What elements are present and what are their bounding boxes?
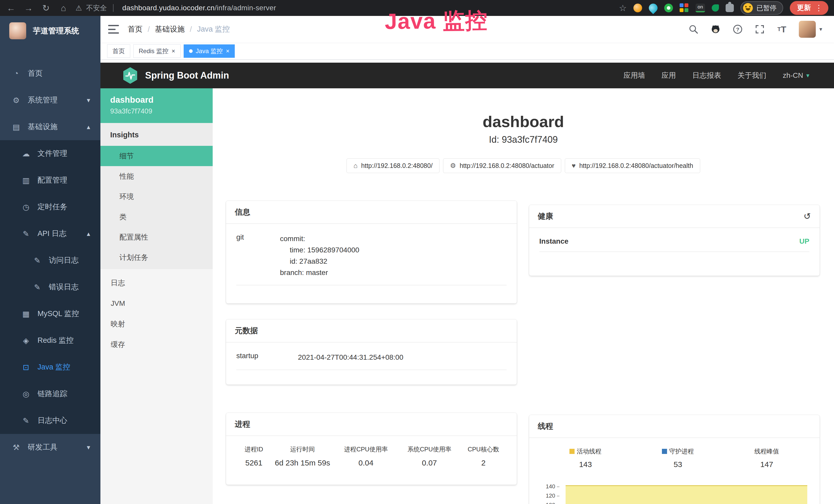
profile-paused-badge[interactable]: 已暂停 — [741, 1, 783, 15]
github-icon[interactable] — [710, 24, 721, 35]
actuator-url: http://192.168.0.2:48080/actuator — [460, 162, 554, 169]
col-value: 2 — [463, 459, 504, 467]
user-avatar-menu[interactable]: ▾ — [799, 21, 822, 38]
avatar — [799, 21, 816, 38]
wrench-icon: ⚙ — [450, 162, 456, 170]
fullscreen-icon[interactable] — [755, 24, 765, 35]
tab-redis[interactable]: Redis 监控 × — [133, 44, 180, 58]
sidebar-item-redis[interactable]: ◈ Redis 监控 — [0, 327, 101, 354]
col-header: 系统CPU使用率 — [400, 445, 459, 453]
breadcrumb-separator: / — [190, 25, 192, 33]
health-url-button[interactable]: ♥ http://192.168.0.2:48080/actuator/heal… — [565, 158, 700, 173]
edit-log-icon: ✎ — [31, 256, 43, 265]
sidebar-item-log-center[interactable]: ✎ 日志中心 — [0, 407, 101, 434]
tab-home[interactable]: 首页 — [107, 44, 130, 58]
sidebar-item-files[interactable]: ☁ 文件管理 — [0, 140, 101, 167]
extension-green-icon[interactable] — [664, 4, 673, 12]
extensions-puzzle-icon[interactable] — [726, 4, 734, 12]
search-icon[interactable] — [688, 24, 699, 35]
site-security[interactable]: ⚠ 不安全 — [75, 3, 115, 13]
instance-detail-content: dashboard Id: 93a3fc7f7409 ⌂ http://192.… — [213, 88, 834, 504]
col-header: 进程ID — [238, 445, 269, 453]
browser-menu-dots-icon[interactable]: ⋮ — [815, 3, 823, 12]
instance-id: 93a3fc7f7409 — [110, 107, 203, 115]
sidebar-item-java[interactable]: ⊡ Java 监控 — [0, 354, 101, 381]
card-title: 健康 — [538, 211, 553, 221]
extension-drop-icon[interactable] — [647, 2, 659, 14]
insights-item-classes[interactable]: 类 — [101, 207, 213, 227]
close-icon[interactable]: × — [226, 48, 229, 54]
redis-layers-icon: ◈ — [20, 336, 32, 345]
sidebar-item-label: 链路追踪 — [38, 389, 67, 399]
sba-nav-about[interactable]: 关于我们 — [738, 71, 766, 81]
instance-item-mappings[interactable]: 映射 — [101, 314, 213, 334]
sba-nav: 应用墙 应用 日志报表 关于我们 zh-CN ▾ — [623, 71, 809, 81]
config-doc-icon: ▥ — [20, 176, 32, 185]
browser-forward-icon[interactable]: → — [23, 3, 34, 13]
service-url: http://192.168.0.2:48080/ — [361, 162, 433, 169]
app-title: 芋道管理系统 — [33, 26, 79, 36]
sba-nav-wallboard[interactable]: 应用墙 — [623, 71, 645, 81]
home-icon: ⌂ — [353, 162, 357, 170]
sidebar-item-home[interactable]: ◔ 首页 — [0, 60, 101, 87]
legend-value: 147 — [754, 460, 779, 469]
extension-grid-icon[interactable] — [680, 3, 689, 13]
breadcrumb-home[interactable]: 首页 — [128, 24, 142, 35]
git-branch-line: branch: master — [280, 267, 506, 278]
browser-update-button[interactable]: 更新 ⋮ — [790, 1, 828, 15]
sidebar-item-api-log[interactable]: ✎ API 日志 ▴ — [0, 220, 101, 247]
close-icon[interactable]: × — [172, 48, 175, 54]
extension-on-badge[interactable]: on — [696, 4, 705, 12]
cards-column-right: 健康 ↺ Instance UP — [529, 201, 820, 504]
bookmark-star-icon[interactable]: ☆ — [619, 3, 627, 13]
extension-sprout-icon[interactable] — [712, 4, 719, 12]
card-title: 进程 — [235, 419, 250, 429]
metadata-key: startup — [236, 352, 298, 363]
sidebar-item-infra[interactable]: ▤ 基础设施 ▴ — [0, 113, 101, 140]
instance-item-logs[interactable]: 日志 — [101, 273, 213, 293]
sidebar-item-config[interactable]: ▥ 配置管理 — [0, 167, 101, 193]
sidebar-item-trace[interactable]: ◎ 链路追踪 — [0, 381, 101, 407]
hamburger-icon[interactable] — [108, 25, 119, 33]
insights-item-metrics[interactable]: 性能 — [101, 166, 213, 186]
legend-daemon-threads: 守护进程 53 — [662, 447, 694, 469]
sidebar-item-dev-tools[interactable]: ⚒ 研发工具 ▾ — [0, 434, 101, 461]
font-size-icon[interactable]: TT — [777, 24, 787, 35]
instance-item-caches[interactable]: 缓存 — [101, 334, 213, 355]
sba-locale-select[interactable]: zh-CN ▾ — [783, 71, 809, 79]
sba-nav-applications[interactable]: 应用 — [662, 71, 676, 81]
instance-item-jvm[interactable]: JVM — [101, 293, 213, 314]
instance-name: dashboard — [110, 95, 203, 105]
infra-icon: ▤ — [10, 122, 22, 132]
threads-legend: 活动线程 143 守护进程 — [540, 447, 810, 469]
help-icon[interactable]: ? — [732, 24, 743, 35]
browser-back-icon[interactable]: ← — [6, 3, 17, 13]
browser-home-icon[interactable]: ⌂ — [58, 3, 69, 13]
browser-reload-icon[interactable]: ↻ — [41, 3, 51, 13]
app-logo-row[interactable]: 芋道管理系统 — [0, 16, 101, 46]
address-bar[interactable]: dashboard.yudao.iocoder.cn/infra/admin-s… — [122, 4, 276, 12]
git-time-line: time: 1596289704000 — [280, 245, 506, 256]
sba-nav-journal[interactable]: 日志报表 — [693, 71, 721, 81]
sidebar-item-access-log[interactable]: ✎ 访问日志 — [0, 247, 101, 274]
insights-item-scheduled-tasks[interactable]: 计划任务 — [101, 247, 213, 268]
actuator-url-button[interactable]: ⚙ http://192.168.0.2:48080/actuator — [443, 158, 561, 173]
sidebar-item-mysql[interactable]: ▦ MySQL 监控 — [0, 300, 101, 327]
tab-java[interactable]: Java 监控 × — [184, 44, 235, 58]
history-icon[interactable]: ↺ — [804, 211, 811, 221]
extension-orange-icon[interactable] — [633, 4, 642, 12]
instance-header[interactable]: dashboard 93a3fc7f7409 — [101, 88, 213, 123]
breadcrumb-infra[interactable]: 基础设施 — [155, 24, 185, 35]
card-title: 元数据 — [235, 326, 258, 335]
health-card: 健康 ↺ Instance UP — [529, 205, 820, 276]
sidebar-item-label: 系统管理 — [28, 95, 58, 105]
insights-item-configprops[interactable]: 配置属性 — [101, 227, 213, 247]
sidebar-item-error-log[interactable]: ✎ 错误日志 — [0, 274, 101, 300]
log-center-icon: ✎ — [20, 416, 32, 425]
insights-item-environment[interactable]: 环境 — [101, 186, 213, 207]
sidebar-item-system[interactable]: ⚙ 系统管理 ▾ — [0, 87, 101, 113]
sidebar-item-jobs[interactable]: ◷ 定时任务 — [0, 193, 101, 220]
warning-icon: ⚠ — [75, 4, 82, 12]
service-url-button[interactable]: ⌂ http://192.168.0.2:48080/ — [347, 158, 439, 173]
insights-item-details[interactable]: 细节 — [101, 146, 213, 166]
